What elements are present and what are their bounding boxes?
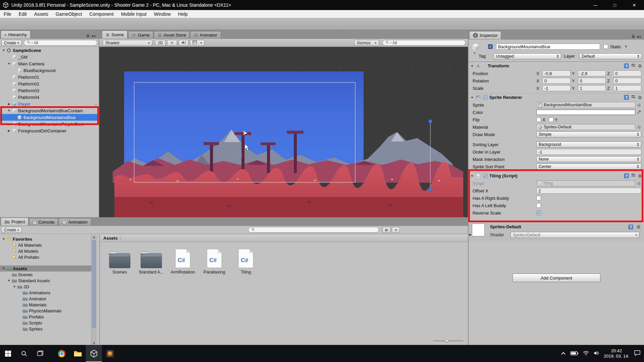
lock-icon[interactable] bbox=[86, 34, 90, 39]
sprite-renderer-enabled-checkbox[interactable]: ✓ bbox=[483, 95, 488, 100]
tree-row-2d[interactable]: ▼2D bbox=[0, 284, 97, 290]
sprite-object-field[interactable]: BackgroundMountainBlue bbox=[536, 102, 635, 108]
tray-expand-icon[interactable] bbox=[561, 352, 566, 356]
scene-lighting-button[interactable]: ☀ bbox=[167, 40, 177, 46]
asset-item-armrotation[interactable]: C#ArmRotation bbox=[167, 246, 199, 275]
project-create-button[interactable]: Create▾ bbox=[1, 227, 22, 233]
chevron-down-icon[interactable]: ▼ bbox=[7, 109, 11, 112]
scene-viewport[interactable] bbox=[99, 47, 468, 217]
hierarchy-create-button[interactable]: Create▾ bbox=[1, 40, 22, 46]
gear-icon[interactable]: ⚙ bbox=[638, 95, 642, 100]
hierarchy-search-input[interactable]: ▾ All bbox=[24, 40, 97, 46]
tree-row-platform01[interactable]: Platform01 bbox=[0, 74, 99, 80]
help-icon[interactable]: ? bbox=[628, 225, 633, 230]
tree-row-animations[interactable]: Animations bbox=[0, 290, 97, 296]
foldout-icon[interactable]: ▼ bbox=[471, 96, 474, 99]
tree-row-all-prefabs[interactable]: All Prefabs bbox=[0, 254, 97, 260]
shading-mode-dropdown[interactable]: Shaded▾ bbox=[103, 40, 152, 46]
tag-dropdown[interactable]: Untagged bbox=[493, 53, 561, 59]
tab-hierarchy[interactable]: ≡ Hierarchy bbox=[1, 31, 31, 39]
material-object-field[interactable]: Sprites-Default bbox=[536, 124, 635, 130]
gear-icon[interactable]: ⚙ bbox=[638, 173, 642, 179]
panel-menu-icon[interactable]: ▾≡ bbox=[637, 35, 641, 39]
tab-console[interactable]: Console bbox=[29, 218, 58, 226]
object-picker-icon[interactable]: ◎ bbox=[637, 103, 641, 107]
unity-taskbar-icon[interactable] bbox=[86, 345, 102, 362]
thumbnail-size-slider[interactable] bbox=[433, 339, 463, 343]
tree-row-platform04[interactable]: Platform04 bbox=[0, 94, 99, 101]
add-component-button[interactable]: Add Component bbox=[513, 274, 600, 282]
tree-row-assets[interactable]: ▼Assets bbox=[0, 265, 97, 272]
start-button[interactable] bbox=[0, 345, 16, 362]
tree-row-scripts[interactable]: Scripts bbox=[0, 320, 97, 326]
has-a-left-buddy-checkbox[interactable] bbox=[536, 203, 541, 208]
menu-edit[interactable]: Edit bbox=[15, 10, 31, 18]
preset-icon[interactable] bbox=[631, 95, 636, 100]
color-swatch[interactable] bbox=[536, 110, 635, 115]
asset-item-tiling[interactable]: C#Tiling bbox=[230, 246, 262, 275]
tree-row-foregrounddirtcontainer[interactable]: ▶ForegroundDirtContainer bbox=[0, 127, 99, 134]
help-icon[interactable]: ? bbox=[624, 95, 629, 100]
maximize-button[interactable]: □ bbox=[605, 0, 625, 10]
chevron-down-icon[interactable]: ▼ bbox=[1, 267, 6, 270]
tiling-component-header[interactable]: ▼ C# ✓ Tiling (Script) ? ⚙ bbox=[469, 172, 644, 180]
tree-row-physicsmaterials[interactable]: PhysicsMaterials bbox=[0, 308, 97, 314]
tab-animation[interactable]: Animation bbox=[59, 218, 91, 226]
task-view-button[interactable] bbox=[32, 345, 48, 362]
gear-icon[interactable]: ⚙ bbox=[636, 224, 641, 230]
chevron-down-icon[interactable]: ▼ bbox=[7, 62, 11, 65]
project-search-input[interactable] bbox=[248, 227, 379, 233]
chevron-right-icon[interactable]: ▶ bbox=[7, 102, 11, 106]
tree-row-backgroundmountainsblue[interactable]: BackgroundMountainsBlue bbox=[0, 114, 99, 121]
asset-item-standard-a-[interactable]: Standard A... bbox=[136, 246, 167, 275]
tree-row-backgroundmountainspurplecont[interactable]: ▶BackgroundMountainsPurpleCont bbox=[0, 121, 99, 127]
transform-position-x-field[interactable]: -0,6 bbox=[542, 70, 571, 76]
tree-row-samplescene[interactable]: ▼SampleScene bbox=[0, 47, 99, 54]
material-thumbnail[interactable] bbox=[472, 224, 485, 236]
tab-inspector[interactable]: i Inspector bbox=[469, 31, 501, 39]
flip-x-checkbox[interactable] bbox=[536, 117, 541, 122]
search-by-label-button[interactable] bbox=[392, 227, 400, 233]
transform-position-y-field[interactable]: -2,9 bbox=[578, 70, 606, 76]
close-button[interactable]: ✕ bbox=[625, 0, 644, 10]
menu-gameobject[interactable]: GameObject bbox=[52, 10, 86, 18]
menu-help[interactable]: Help bbox=[174, 10, 192, 18]
action-center-icon[interactable] bbox=[634, 350, 641, 357]
shader-dropdown[interactable]: Sprites/Default▾ bbox=[511, 232, 639, 238]
app-icon[interactable] bbox=[102, 345, 118, 362]
chevron-right-icon[interactable]: ▶ bbox=[7, 122, 11, 126]
draw-mode-dropdown[interactable]: Simple bbox=[536, 131, 641, 137]
breadcrumb[interactable]: Assets bbox=[103, 236, 118, 241]
order-in-layer-field[interactable]: -1 bbox=[536, 149, 641, 155]
preset-icon[interactable] bbox=[631, 173, 636, 178]
gizmos-dropdown[interactable]: Gizmos▾ bbox=[354, 40, 379, 46]
2d-toggle-button[interactable]: 2D bbox=[155, 40, 166, 46]
eyedropper-icon[interactable] bbox=[637, 110, 641, 115]
foldout-icon[interactable]: ▶ bbox=[469, 233, 472, 236]
tab-project[interactable]: Project bbox=[1, 218, 29, 226]
tree-row-prefabs[interactable]: Prefabs bbox=[0, 314, 97, 320]
sorting-layer-dropdown[interactable]: Background bbox=[536, 141, 641, 147]
tree-row-sprites[interactable]: Sprites bbox=[0, 326, 97, 332]
active-checkbox[interactable]: ✓ bbox=[488, 44, 493, 49]
chevron-down-icon[interactable]: ▼ bbox=[7, 279, 11, 282]
tree-row-platform03[interactable]: Platform03 bbox=[0, 87, 99, 94]
tree-row-all-models[interactable]: All Models bbox=[0, 248, 97, 254]
transform-scale-y-field[interactable]: 1 bbox=[578, 85, 606, 91]
chevron-down-icon[interactable]: ▼ bbox=[12, 285, 17, 288]
tree-row-player[interactable]: ▶Player› bbox=[0, 101, 99, 107]
taskbar-clock[interactable]: 20:42 2019. 03. 14. bbox=[604, 348, 629, 359]
foldout-icon[interactable]: ▼ bbox=[471, 174, 474, 178]
transform-rotation-z-field[interactable]: 0 bbox=[613, 78, 641, 84]
object-picker-icon[interactable]: ◎ bbox=[637, 181, 641, 186]
tree-row-all-materials[interactable]: All Materials bbox=[0, 242, 97, 248]
tree-row-scenes[interactable]: Scenes bbox=[0, 272, 97, 278]
foldout-icon[interactable]: ▼ bbox=[471, 64, 474, 68]
menu-component[interactable]: Component bbox=[86, 10, 117, 18]
battery-icon[interactable] bbox=[570, 351, 578, 357]
offset-x-field[interactable]: 2 bbox=[536, 188, 641, 194]
project-tree-scrollbar[interactable]: ▲ ▼ bbox=[91, 235, 97, 346]
chevron-right-icon[interactable]: ▶ bbox=[7, 129, 11, 132]
scene-search-input[interactable]: ▾ All bbox=[382, 40, 466, 46]
sprite-sort-point-dropdown[interactable]: Center bbox=[536, 164, 641, 170]
